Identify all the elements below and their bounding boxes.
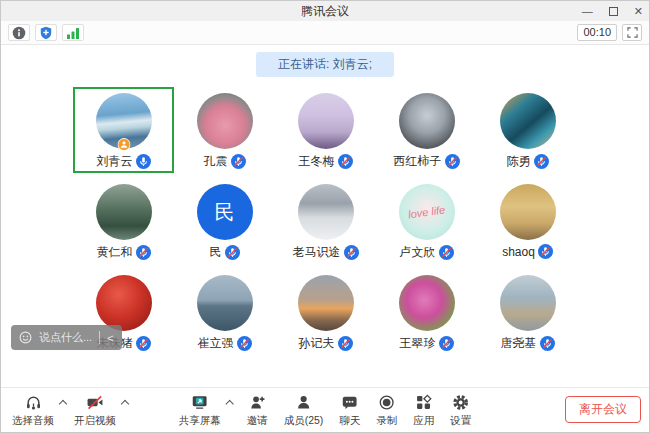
titlebar: 腾讯会议 — ✕ [1,1,649,21]
members-icon [295,392,313,412]
signal-bars-icon [66,26,80,40]
share-screen-icon [191,392,209,412]
settings-button[interactable]: 设置 [445,392,476,428]
mic-status-icon [338,154,353,169]
participant-avatar [500,93,556,149]
participant-avatar [298,184,354,240]
statusbar: 00:10 [1,21,649,45]
participant-avatar [197,275,253,331]
mic-status-icon [338,336,353,351]
participant-avatar [197,93,253,149]
participant-avatar [298,275,354,331]
meeting-window: 腾讯会议 — ✕ [0,0,650,433]
chat-label: 聊天 [339,414,360,428]
participant-tile[interactable]: 民 民 [174,178,275,264]
participant-tile[interactable]: 西红柿子 [376,87,477,173]
leave-meeting-button[interactable]: 离开会议 [565,396,641,423]
record-button[interactable]: 录制 [371,392,402,428]
shield-icon [39,26,53,40]
participant-name: 王冬梅 [299,153,335,170]
participant-tile[interactable]: 王冬梅 [275,87,376,173]
participant-avatar [399,275,455,331]
camera-off-icon [86,392,104,412]
participant-avatar [298,93,354,149]
participant-tile[interactable]: 陈勇 [477,87,578,173]
close-button[interactable]: ✕ [634,6,643,17]
invite-label: 邀请 [247,414,268,428]
video-button[interactable]: 开启视频 [69,392,121,428]
mic-status-icon [445,154,460,169]
participant-name: 卢文欣 [400,244,436,261]
chat-bubble-icon [341,392,359,412]
apps-label: 应用 [413,414,434,428]
network-quality-icon[interactable] [62,24,84,41]
participant-grid: 刘青云 孔震 [73,87,579,355]
bubble-collapse-button[interactable]: < [107,332,113,344]
participant-tile[interactable]: 孔震 [174,87,275,173]
chat-button[interactable]: 聊天 [334,392,365,428]
participant-tile[interactable]: 刘青云 [73,87,174,173]
participant-avatar: 民 [197,184,253,240]
settings-label: 设置 [450,414,471,428]
record-label: 录制 [376,414,397,428]
chat-quick-bubble[interactable]: 说点什么... < [11,325,122,350]
mic-status-icon [237,336,252,351]
participant-avatar [500,184,556,240]
apps-grid-icon [415,392,433,412]
mic-status-icon [439,336,454,351]
fullscreen-button[interactable] [622,24,642,41]
participant-tile[interactable]: love life 卢文欣 [376,178,477,264]
record-icon [378,392,396,412]
security-shield-icon[interactable] [35,24,57,41]
mic-status-icon [136,245,151,260]
participant-tile[interactable]: 唐尧基 [477,269,578,355]
members-button[interactable]: 成员(25) [279,392,329,428]
participant-tile[interactable]: shaoq [477,178,578,264]
apps-button[interactable]: 应用 [408,392,439,428]
video-menu-caret[interactable] [121,400,129,408]
audio-menu-caret[interactable] [59,400,67,408]
participant-name: 西红柿子 [394,153,442,170]
avatar-text: 民 [215,199,235,226]
share-screen-button[interactable]: 共享屏幕 [174,392,226,428]
headset-icon [24,392,43,412]
audio-button[interactable]: 选择音频 [7,392,59,428]
participant-avatar [96,275,152,331]
emoji-icon [19,331,32,344]
avatar-text: love life [407,203,446,220]
maximize-button[interactable] [609,7,618,16]
participant-tile[interactable]: 崔立强 [174,269,275,355]
participant-avatar [500,275,556,331]
participant-name: 王翠珍 [400,335,436,352]
invite-button[interactable]: 邀请 [242,392,273,428]
participant-tile[interactable]: 王翠珍 [376,269,477,355]
gear-icon [452,392,470,412]
participant-name: 黄仁和 [97,244,133,261]
mic-status-icon [540,336,555,351]
minimize-button[interactable]: — [582,6,593,17]
participant-avatar [399,93,455,149]
fullscreen-icon [627,27,638,38]
participant-name: 唐尧基 [501,335,537,352]
participant-name: 崔立强 [198,335,234,352]
bubble-divider [99,331,100,344]
participant-tile[interactable]: 老马识途 [275,178,376,264]
video-label: 开启视频 [74,414,116,428]
speaking-banner: 正在讲话: 刘青云; [256,52,394,77]
toolbar: 选择音频 开启视频 [1,387,649,432]
mic-status-icon [538,244,553,259]
participant-avatar: love life [399,184,455,240]
mic-status-icon [344,245,359,260]
participant-name: shaoq [502,245,535,259]
mic-status-icon [439,245,454,260]
audio-label: 选择音频 [12,414,54,428]
window-title: 腾讯会议 [301,3,349,20]
chat-input-placeholder[interactable]: 说点什么... [39,330,92,345]
participant-tile[interactable]: 孙记夫 [275,269,376,355]
share-menu-caret[interactable] [225,400,233,408]
participant-name: 孔震 [204,153,228,170]
mic-status-icon [225,245,240,260]
participant-tile[interactable]: 黄仁和 [73,178,174,264]
participant-avatar [96,184,152,240]
meeting-info-icon[interactable] [8,24,30,41]
